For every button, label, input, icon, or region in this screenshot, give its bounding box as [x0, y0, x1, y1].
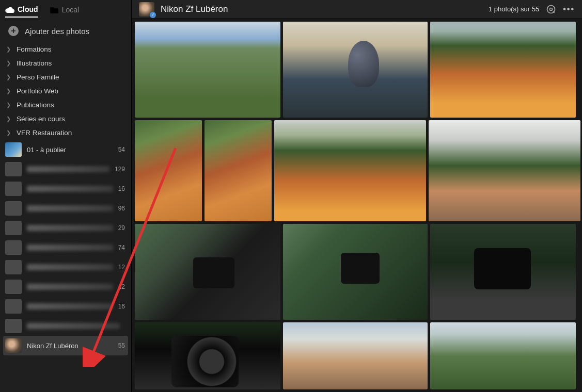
photo-thumbnail[interactable]	[430, 224, 576, 320]
grid-row	[135, 22, 581, 118]
album-count: 54	[118, 146, 125, 153]
photo-count: 1 photo(s) sur 55	[489, 5, 539, 13]
album-count: 74	[118, 244, 125, 251]
add-photos-label: Ajouter des photos	[25, 27, 89, 36]
folder-label: Illustrations	[17, 59, 52, 67]
album-count: 12	[118, 283, 125, 290]
tab-cloud[interactable]: Cloud	[5, 5, 38, 18]
album-count: 55	[118, 342, 125, 349]
album-count: 129	[115, 166, 125, 173]
folder-label: Publications	[17, 101, 54, 109]
folder-label: Perso Famille	[17, 73, 59, 81]
photo-thumbnail[interactable]	[205, 120, 272, 221]
tab-cloud-label: Cloud	[18, 5, 38, 13]
grid-row	[135, 224, 581, 320]
album-name: 01 - à publier	[27, 146, 113, 154]
album-count: 96	[118, 205, 125, 212]
album-name	[27, 323, 120, 329]
photo-thumbnail[interactable]	[274, 120, 426, 221]
folder-label: VFR Restauration	[17, 129, 72, 137]
sidebar-folder[interactable]: ❯Séries en cours	[0, 112, 131, 126]
photo-thumbnail[interactable]	[283, 22, 428, 118]
album-name	[27, 225, 113, 231]
tab-local[interactable]: Local	[50, 6, 79, 17]
tab-local-label: Local	[62, 6, 79, 14]
photo-thumbnail[interactable]	[135, 322, 280, 389]
album-thumb-icon	[5, 338, 22, 353]
sidebar-album[interactable]: 29	[0, 218, 131, 238]
album-count: 16	[118, 303, 125, 310]
folder-label: Portfolio Web	[17, 87, 58, 95]
folder-icon	[50, 6, 59, 13]
sidebar-folder[interactable]: ❯Illustrations	[0, 56, 131, 70]
sidebar-album[interactable]: 96	[0, 199, 131, 218]
add-photos-button[interactable]: + Ajouter des photos	[0, 19, 131, 42]
photo-thumbnail[interactable]	[135, 224, 280, 320]
photo-thumbnail[interactable]	[135, 120, 202, 221]
folder-label: Formations	[17, 45, 52, 53]
sidebar-folder[interactable]: ❯Formations	[0, 42, 131, 56]
album-count: 12	[118, 264, 125, 271]
chevron-right-icon: ❯	[6, 74, 12, 80]
main-area: ✓ Nikon Zf Lubéron 1 photo(s) sur 55 •••	[132, 0, 582, 392]
source-tabs: Cloud Local	[0, 0, 131, 19]
album-name: Nikon Zf Lubéron	[27, 342, 113, 350]
topbar: ✓ Nikon Zf Lubéron 1 photo(s) sur 55 •••	[132, 0, 582, 19]
share-icon[interactable]	[545, 4, 557, 15]
sidebar-album[interactable]: 16	[0, 179, 131, 199]
album-count: 29	[118, 224, 125, 232]
album-count: 16	[118, 185, 125, 192]
photo-thumbnail[interactable]	[283, 322, 428, 389]
sidebar-album-selected[interactable]: Nikon Zf Lubéron 55	[3, 336, 128, 355]
album-thumb-icon	[5, 221, 22, 235]
sidebar-list: ❯Formations❯Illustrations❯Perso Famille❯…	[0, 42, 131, 392]
chevron-right-icon: ❯	[6, 46, 12, 53]
album-name	[27, 284, 113, 290]
album-name	[27, 303, 113, 309]
album-name	[27, 264, 113, 270]
chevron-right-icon: ❯	[6, 116, 12, 122]
album-name	[27, 244, 113, 251]
grid-row	[135, 322, 581, 389]
sidebar-folder[interactable]: ❯VFR Restauration	[0, 126, 131, 140]
sidebar-album[interactable]: 01 - à publier 54	[0, 140, 131, 159]
album-thumb-icon	[5, 240, 22, 255]
chevron-right-icon: ❯	[6, 60, 12, 67]
album-thumb-icon	[5, 260, 22, 274]
photo-thumbnail[interactable]	[429, 120, 580, 221]
grid-row	[135, 120, 581, 221]
sidebar-album[interactable]: 16	[0, 297, 131, 316]
album-name	[27, 186, 113, 192]
photo-grid	[132, 19, 582, 392]
sidebar-album[interactable]	[0, 316, 131, 336]
album-title: Nikon Zf Lubéron	[161, 4, 228, 14]
album-thumb-icon	[5, 319, 22, 333]
photo-thumbnail[interactable]	[430, 22, 576, 118]
plus-icon: +	[8, 26, 19, 36]
sync-badge-icon: ✓	[150, 12, 156, 18]
album-thumb-icon	[5, 201, 22, 216]
photo-thumbnail[interactable]	[283, 224, 428, 320]
sidebar-album[interactable]: 12	[0, 257, 131, 277]
sidebar-folder[interactable]: ❯Perso Famille	[0, 70, 131, 84]
album-thumb-icon	[5, 182, 22, 196]
album-name	[27, 166, 109, 172]
more-icon[interactable]: •••	[563, 5, 575, 14]
sidebar-album[interactable]: 129	[0, 159, 131, 179]
album-thumb-icon	[5, 162, 22, 176]
photo-thumbnail[interactable]	[430, 322, 576, 389]
album-thumb: ✓	[139, 2, 154, 17]
sidebar-album[interactable]: 12	[0, 277, 131, 297]
sidebar-album[interactable]: 74	[0, 238, 131, 257]
chevron-right-icon: ❯	[6, 102, 12, 108]
folder-label: Séries en cours	[17, 115, 65, 123]
chevron-right-icon: ❯	[6, 129, 12, 136]
album-name	[27, 205, 113, 211]
photo-thumbnail[interactable]	[135, 22, 280, 118]
album-thumb-icon	[5, 280, 22, 294]
sidebar-folder[interactable]: ❯Portfolio Web	[0, 84, 131, 98]
album-thumb-icon	[5, 142, 22, 157]
sidebar-folder[interactable]: ❯Publications	[0, 98, 131, 112]
chevron-right-icon: ❯	[6, 88, 12, 94]
cloud-icon	[5, 6, 14, 13]
